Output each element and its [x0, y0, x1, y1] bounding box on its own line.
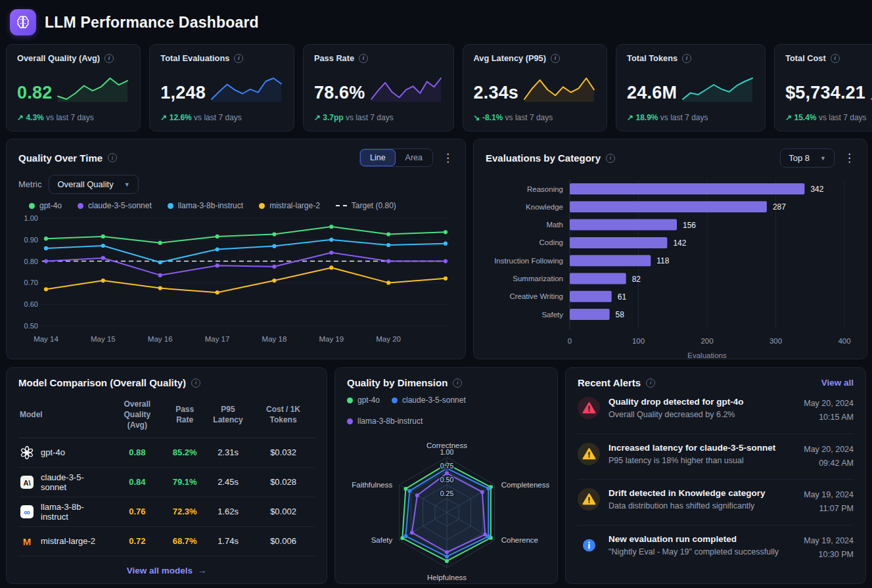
info-icon[interactable]: i: [359, 54, 368, 63]
dashboard: LLM Performance Dashboard Overall Qualit…: [0, 0, 872, 588]
bar-instruction-following[interactable]: Instruction Following118: [494, 255, 670, 266]
info-icon[interactable]: i: [191, 378, 200, 388]
info-icon[interactable]: i: [646, 378, 655, 388]
svg-text:61: 61: [618, 292, 627, 302]
svg-text:156: 156: [683, 221, 696, 230]
alerts-list: Quality drop detected for gpt-4oOverall …: [578, 388, 854, 570]
legend-item-llama-3-8b-instruct[interactable]: llama-3-8b-instruct: [347, 417, 423, 426]
legend-item-gpt-4o[interactable]: gpt-4o: [29, 201, 62, 210]
top-n-select[interactable]: Top 8 ▼: [780, 148, 835, 168]
info-icon[interactable]: i: [104, 54, 114, 63]
legend-item-llama-3-8b-instruct[interactable]: llama-3-8b-instruct: [168, 201, 243, 210]
cell-pass-rate: 85.2%: [165, 438, 204, 467]
column-header-model: Model: [18, 392, 109, 438]
legend-dot: [168, 203, 173, 209]
info-icon[interactable]: i: [108, 153, 117, 162]
svg-text:400: 400: [838, 337, 850, 345]
legend-item-mistral-large-2[interactable]: mistral-large-2: [259, 201, 320, 210]
radar-axis-helpfulness: Helpfulness: [427, 574, 467, 581]
evaluations-by-category-title: Evaluations by Category: [486, 152, 601, 164]
kpi-label: Avg Latency (P95): [474, 53, 546, 63]
info-icon[interactable]: i: [831, 54, 840, 63]
kebab-menu-icon[interactable]: ⋮: [442, 152, 453, 164]
svg-text:0.75: 0.75: [440, 462, 454, 470]
legend-label: gpt-4o: [357, 396, 380, 405]
bar-knowledge[interactable]: Knowledge287: [526, 201, 786, 212]
svg-text:0.80: 0.80: [24, 258, 38, 265]
legend-dot: [347, 418, 353, 424]
svg-text:May 15: May 15: [91, 335, 116, 343]
kpi-sparkline: [522, 73, 596, 103]
alert-date: May 19, 2024: [804, 488, 854, 502]
openai-icon: [20, 445, 34, 460]
kpi-sparkline: [681, 73, 754, 103]
alert-title: Quality drop detected for gpt-4o: [608, 397, 795, 407]
table-row-claude-3-5-sonnet[interactable]: A\claude-3-5-sonnet0.8479.1%2.45s$0.028: [18, 467, 315, 497]
alert-item-increased-latency-for-claude-3-5-sonnet[interactable]: Increased latency for claude-3-5-sonnetP…: [578, 434, 854, 480]
radar-legend: gpt-4oclaude-3-5-sonnetllama-3-8b-instru…: [347, 396, 545, 426]
alert-item-new-evaluation-run-completed[interactable]: New evaluation run completed"Nightly Eva…: [578, 526, 854, 571]
bar-creative-writing[interactable]: Creative Writing61: [509, 291, 626, 302]
alert-item-drift-detected-in-knowledge-category[interactable]: Drift detected in Knowledge categoryData…: [578, 480, 854, 526]
cell-pass-rate: 79.1%: [165, 467, 204, 497]
metric-label: Metric: [18, 179, 41, 189]
warning-triangle-red-icon: [578, 397, 600, 419]
alert-date: May 19, 2024: [804, 534, 854, 548]
table-row-mistral-large-2[interactable]: Mmistral-large-20.7268.7%1.74s$0.006: [18, 526, 315, 556]
kpi-value: 24.6M: [627, 83, 677, 103]
radar-axis-coherence: Coherence: [501, 536, 538, 544]
toggle-area[interactable]: Area: [396, 149, 432, 166]
bar-reasoning[interactable]: Reasoning342: [527, 183, 824, 194]
bar-safety[interactable]: Safety58: [541, 309, 624, 320]
legend-label: claude-3-5-sonnet: [88, 201, 152, 210]
alert-item-quality-drop-detected-for-gpt-4o[interactable]: Quality drop detected for gpt-4oOverall …: [578, 388, 854, 434]
kpi-sparkline: [369, 73, 443, 103]
alert-description: "Nightly Eval - May 19" completed succes…: [608, 547, 795, 556]
app-header: LLM Performance Dashboard: [6, 5, 866, 44]
arrow-right-icon: →: [195, 566, 206, 576]
legend-item-gpt-4o[interactable]: gpt-4o: [347, 396, 380, 405]
model-cell: gpt-4o: [20, 445, 108, 460]
alert-date: May 20, 2024: [804, 443, 854, 457]
legend-dot: [259, 203, 265, 209]
quality-by-dimension-panel: Quality by Dimension i gpt-4oclaude-3-5-…: [334, 367, 558, 584]
meta-icon: ∞: [20, 505, 34, 519]
warning-triangle-yellow-icon: [578, 443, 600, 465]
bar-chart: 0100200300400Reasoning342Knowledge287Mat…: [486, 177, 855, 359]
toggle-line[interactable]: Line: [360, 149, 396, 166]
kpi-delta: ↗ 3.7pp vs last 7 days: [314, 113, 443, 122]
legend-item-claude-3-5-sonnet[interactable]: claude-3-5-sonnet: [392, 396, 466, 405]
info-icon[interactable]: i: [606, 154, 615, 163]
table-row-llama-3-8b-instruct[interactable]: ∞llama-3-8b-instruct0.7672.3%1.62s$0.002: [18, 497, 315, 526]
cell-quality: 0.72: [109, 526, 165, 556]
legend-item-claude-3-5-sonnet[interactable]: claude-3-5-sonnet: [78, 201, 152, 210]
svg-text:0.70: 0.70: [24, 279, 38, 286]
info-icon[interactable]: i: [453, 378, 462, 388]
legend-label: llama-3-8b-instruct: [357, 417, 423, 426]
kpi-value: 78.6%: [314, 83, 365, 103]
bar-coding[interactable]: Coding142: [539, 237, 687, 248]
svg-text:Reasoning: Reasoning: [527, 185, 563, 193]
alert-timestamp: May 19, 202411:07 PM: [804, 488, 854, 516]
table-row-gpt-4o[interactable]: gpt-4o0.8885.2%2.31s$0.032: [18, 438, 315, 467]
info-icon[interactable]: i: [551, 54, 560, 63]
bar-math[interactable]: Math156: [546, 219, 696, 231]
view-all-alerts-link[interactable]: View all: [821, 378, 854, 388]
info-icon[interactable]: i: [234, 54, 243, 63]
legend-item-target-0-80[interactable]: Target (0.80): [336, 201, 396, 210]
kpi-value: 2.34s: [474, 83, 519, 103]
cell-cost: $0.006: [252, 526, 315, 556]
kpi-value: $5,734.21: [785, 83, 865, 103]
column-header-cost-1k-tokens: Cost / 1K Tokens: [252, 392, 315, 438]
svg-text:1.00: 1.00: [24, 214, 38, 222]
metric-select[interactable]: Overall Quality ▼: [49, 175, 138, 194]
kebab-menu-icon[interactable]: ⋮: [844, 152, 855, 164]
radar-axis-completeness: Completeness: [501, 481, 550, 489]
brain-icon: [10, 9, 36, 35]
bar-summarization[interactable]: Summarization82: [513, 273, 641, 284]
info-icon[interactable]: i: [682, 54, 691, 63]
anthropic-icon: A\: [20, 475, 34, 489]
kpi-delta: ↘ -8.1% vs last 7 days: [474, 113, 597, 122]
svg-text:May 18: May 18: [262, 335, 287, 343]
view-all-models-link[interactable]: View all models →: [18, 556, 315, 577]
